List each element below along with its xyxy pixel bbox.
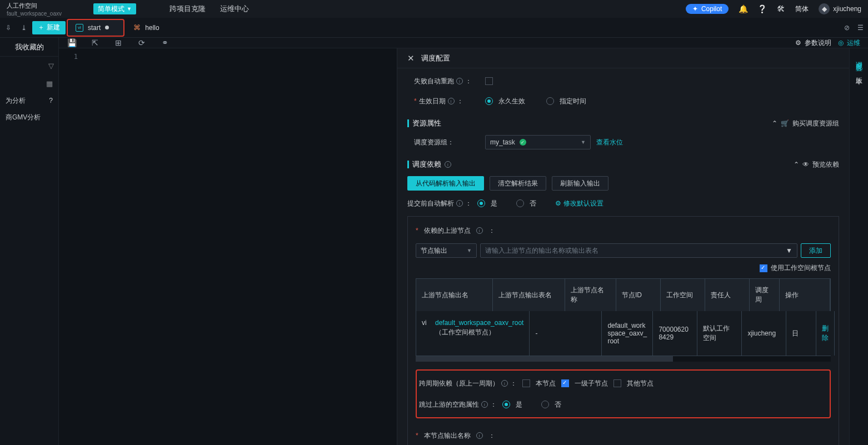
workspace-title: 人工作空间	[7, 2, 90, 10]
radio-auto-yes-label: 是	[491, 199, 497, 208]
btn-parse-io[interactable]: 从代码解析输入输出	[407, 176, 484, 191]
radio-range[interactable]	[546, 97, 554, 105]
radio-auto-no[interactable]	[516, 199, 524, 207]
info-icon[interactable]: i	[501, 380, 508, 387]
delete-link[interactable]: 删除	[822, 324, 829, 343]
tab-start[interactable]: vi start	[68, 20, 123, 36]
upstream-label-row: * 依赖的上游节点 i ：	[416, 223, 831, 238]
view-water-link[interactable]: 查看水位	[596, 138, 623, 147]
sparkle-icon: ✦	[692, 5, 698, 13]
radio-auto-yes[interactable]	[477, 199, 485, 207]
col-cycle: 调度周	[750, 279, 780, 311]
use-root-row: 使用工作空间根节点	[416, 263, 831, 273]
btn-refresh-io[interactable]: 刷新输入输出	[552, 176, 608, 191]
buy-resource-label: 购买调度资源组	[792, 119, 839, 128]
scroll-thumb[interactable]	[416, 356, 673, 362]
table-h-scroll[interactable]	[416, 356, 831, 362]
out-name-sub: （工作空间根节点）	[435, 328, 495, 336]
out-name-link[interactable]: default_workspace_oaxv_root	[435, 319, 523, 327]
rail-version[interactable]: 版本	[854, 72, 864, 74]
resource-group-value: my_task	[490, 138, 515, 146]
radio-skip-no-label: 否	[555, 400, 561, 409]
export-icon[interactable]: ⇱	[90, 38, 100, 48]
user-chip[interactable]: ◆ xjiucheng	[819, 3, 861, 14]
row-auto-parse: 提交前自动解析 i ： 是 否 ⚙ 修改默认设置	[407, 196, 839, 211]
param-desc-button[interactable]: ⚙ 参数说明	[795, 38, 831, 48]
tab-bar: ⇩ ⤓ ＋ 新建 vi start ⌘ hello ⊘ ☰	[0, 18, 868, 38]
retry-checkbox[interactable]	[485, 77, 493, 85]
preview-dep-link[interactable]: ⌃ 👁 预览依赖	[794, 160, 839, 169]
resource-group-select[interactable]: my_task ✓ ▼	[485, 135, 591, 149]
node-output-select[interactable]: 节点输出 ▼	[416, 243, 477, 258]
use-root-label: 使用工作空间根节点	[771, 263, 831, 273]
cb-child-label: 一级子节点	[575, 379, 608, 388]
ops-button[interactable]: ◎ 运维	[838, 38, 860, 48]
download-icon[interactable]: ⤓	[18, 22, 30, 34]
buy-resource-link[interactable]: ⌃ 🛒 购买调度资源组	[772, 119, 839, 128]
col-workspace: 工作空间	[661, 279, 705, 311]
save-icon[interactable]: 💾	[67, 38, 77, 48]
row-skip-empty: 跳过上游的空跑属性 i ： 是 否	[419, 397, 827, 412]
cb-self[interactable]	[522, 379, 530, 387]
new-button[interactable]: ＋ 新建	[32, 21, 66, 34]
add-button[interactable]: 添加	[801, 243, 831, 258]
right-rail: 调度配置 版本	[849, 48, 868, 445]
workflow-icon: ⌘	[133, 23, 141, 32]
row-effective: * 生效日期 i ： 永久生效 指定时间	[414, 94, 839, 108]
format-icon[interactable]: ⊞	[113, 38, 123, 48]
skip-text: 跳过上游的空跑属性	[419, 400, 479, 409]
filter-icon[interactable]: ▽	[48, 62, 54, 70]
sidebar-item-gmv[interactable]: 商GMV分析	[0, 109, 58, 126]
cell-out-table: -	[530, 311, 602, 356]
info-icon[interactable]: i	[456, 200, 463, 207]
lineage-icon[interactable]: ⚭	[160, 38, 170, 48]
close-icon[interactable]: ✕	[407, 53, 415, 63]
info-icon[interactable]: i	[476, 432, 483, 439]
user-name: xjiucheng	[833, 5, 861, 13]
code-editor[interactable]: 1	[59, 48, 397, 445]
info-icon[interactable]: i	[456, 78, 463, 84]
info-icon[interactable]: i	[476, 227, 483, 234]
effective-label: * 生效日期 i ：	[414, 97, 480, 106]
cell-workspace: 默认工作空间	[697, 311, 742, 356]
btn-clear-parse[interactable]: 清空解析结果	[490, 176, 546, 191]
bell-icon[interactable]: 🔔	[739, 4, 747, 13]
sidebar-item-analysis[interactable]: 为分析 ?	[0, 92, 58, 109]
avatar-icon: ◆	[819, 3, 830, 14]
eye-icon: 👁	[802, 161, 809, 168]
auto-parse-label: 提交前自动解析 i ：	[407, 199, 472, 208]
info-icon[interactable]: i	[481, 401, 488, 408]
refresh-icon[interactable]: ⟳	[137, 38, 147, 48]
tools-icon[interactable]: 🛠	[776, 4, 785, 13]
tab-hello-label: hello	[145, 24, 159, 32]
split: 1 ✕ 调度配置 失败自动重跑 i ： *	[59, 48, 868, 445]
info-icon[interactable]: i	[448, 98, 455, 104]
link-cross-clone[interactable]: 跨项目克隆	[169, 4, 206, 14]
check-circle-icon: ✓	[520, 139, 526, 146]
help-icon[interactable]: ❔	[757, 4, 766, 13]
rail-schedule[interactable]: 调度配置	[854, 56, 864, 61]
menu-icon[interactable]: ☰	[857, 24, 864, 32]
lang-toggle[interactable]: 简体	[795, 4, 809, 14]
top-links: 跨项目克隆 运维中心	[169, 4, 249, 14]
link-ops-center[interactable]: 运维中心	[220, 4, 249, 14]
tab-hello[interactable]: ⌘ hello	[126, 20, 167, 36]
plus-icon: ＋	[38, 23, 44, 32]
import-icon[interactable]: ⇩	[2, 22, 14, 34]
modify-default-label: 修改默认设置	[563, 199, 603, 208]
info-icon[interactable]: i	[445, 161, 451, 168]
upstream-search-input[interactable]: 请输入上游节点的输出名称或输出表名 ▼	[480, 243, 797, 258]
mode-dropdown[interactable]: 简单模式 ▼	[93, 3, 136, 14]
grid-icon[interactable]: ▦	[46, 79, 53, 88]
sidebar-favorites-tab[interactable]: 我收藏的	[0, 38, 58, 57]
check-icon[interactable]: ⊘	[844, 24, 850, 32]
row-retry: 失败自动重跑 i ：	[414, 74, 839, 88]
radio-skip-no[interactable]	[541, 401, 549, 408]
cb-other[interactable]	[613, 379, 621, 387]
cb-child[interactable]	[561, 379, 569, 387]
use-root-checkbox[interactable]	[760, 264, 767, 272]
radio-forever[interactable]	[485, 97, 493, 105]
radio-skip-yes[interactable]	[502, 401, 510, 408]
copilot-button[interactable]: ✦ Copilot	[686, 4, 729, 14]
modify-default-link[interactable]: ⚙ 修改默认设置	[555, 199, 603, 208]
